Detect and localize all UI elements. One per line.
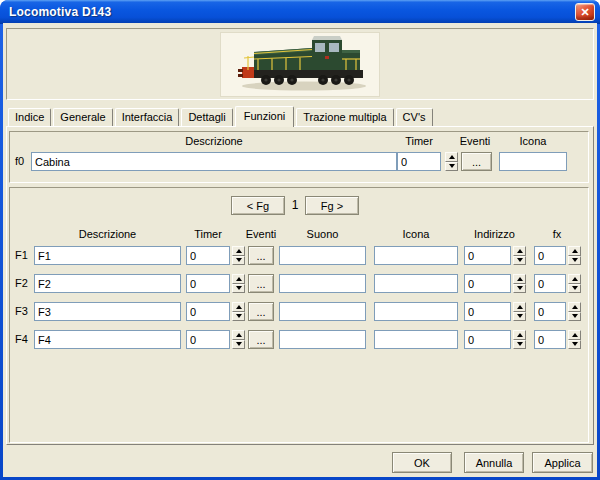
timer-input[interactable] [186, 246, 230, 265]
timer-input[interactable] [186, 330, 230, 349]
fg-prev-button[interactable]: < Fg [231, 196, 285, 215]
arrow-up-icon [572, 249, 578, 253]
spin-up-button[interactable] [568, 302, 581, 312]
spin-up-button[interactable] [513, 246, 526, 256]
indirizzo-spinner[interactable] [513, 302, 526, 321]
icona-input[interactable] [374, 330, 458, 349]
spin-down-button[interactable] [568, 256, 581, 266]
spin-up-button[interactable] [232, 330, 245, 340]
tab-trazione-multipla[interactable]: Trazione multipla [296, 108, 393, 126]
suono-input[interactable] [279, 274, 366, 293]
tab-indice[interactable]: Indice [8, 108, 51, 126]
fg-page-number: 1 [287, 198, 303, 212]
arrow-up-icon [517, 333, 523, 337]
row-label: F4 [15, 333, 33, 346]
suono-input[interactable] [279, 330, 366, 349]
icona-input[interactable] [374, 302, 458, 321]
arrow-down-icon [572, 314, 578, 318]
descrizione-input[interactable] [34, 246, 181, 265]
descrizione-input[interactable] [34, 330, 181, 349]
fx-spinner[interactable] [568, 302, 581, 321]
spin-down-button[interactable] [568, 284, 581, 294]
tab-generale[interactable]: Generale [53, 108, 112, 126]
tab-interfaccia[interactable]: Interfaccia [115, 108, 180, 126]
indirizzo-input[interactable] [464, 302, 511, 321]
spin-up-button[interactable] [513, 274, 526, 284]
suono-input[interactable] [279, 302, 366, 321]
timer-spinner[interactable] [232, 246, 245, 265]
timer-spinner[interactable] [232, 302, 245, 321]
icona-input[interactable] [374, 274, 458, 293]
f0-timer-input[interactable] [397, 152, 441, 171]
arrow-down-icon [236, 314, 242, 318]
f0-eventi-button[interactable]: ... [461, 152, 492, 171]
spin-up-button[interactable] [513, 302, 526, 312]
icona-input[interactable] [374, 246, 458, 265]
spin-up-button[interactable] [232, 246, 245, 256]
fx-spinner[interactable] [568, 246, 581, 265]
spin-down-button[interactable] [232, 284, 245, 294]
fx-input[interactable] [534, 330, 566, 349]
annulla-button[interactable]: Annulla [464, 452, 524, 473]
timer-input[interactable] [186, 274, 230, 293]
col-header-suono: Suono [279, 228, 366, 241]
fx-input[interactable] [534, 246, 566, 265]
spin-down-button[interactable] [513, 284, 526, 294]
arrow-up-icon [572, 277, 578, 281]
spin-up-button[interactable] [232, 274, 245, 284]
spin-down-button[interactable] [232, 256, 245, 266]
f0-descrizione-input[interactable] [31, 152, 397, 171]
spin-up-button[interactable] [568, 246, 581, 256]
f0-timer-spinner[interactable] [445, 152, 458, 171]
image-panel [6, 28, 594, 100]
spin-up-button[interactable] [568, 274, 581, 284]
timer-input[interactable] [186, 302, 230, 321]
close-icon: ✕ [580, 6, 589, 19]
spin-up-button[interactable] [445, 152, 458, 162]
fx-spinner[interactable] [568, 274, 581, 293]
spin-down-button[interactable] [568, 312, 581, 322]
eventi-button[interactable]: ... [248, 302, 274, 321]
spin-up-button[interactable] [232, 302, 245, 312]
eventi-button[interactable]: ... [248, 330, 274, 349]
indirizzo-input[interactable] [464, 330, 511, 349]
f0-icona-input[interactable] [499, 152, 567, 171]
ok-button[interactable]: OK [392, 452, 452, 473]
titlebar: Locomotiva D143 ✕ [0, 0, 600, 24]
close-button[interactable]: ✕ [575, 3, 595, 21]
fx-input[interactable] [534, 274, 566, 293]
timer-spinner[interactable] [232, 330, 245, 349]
applica-button[interactable]: Applica [532, 452, 593, 473]
spin-down-button[interactable] [513, 340, 526, 350]
arrow-down-icon [449, 164, 455, 168]
fg-next-button[interactable]: Fg > [305, 196, 359, 215]
spin-down-button[interactable] [568, 340, 581, 350]
tab-funzioni[interactable]: Funzioni [235, 106, 295, 127]
tab-dettagli[interactable]: Dettagli [181, 108, 232, 126]
suono-input[interactable] [279, 246, 366, 265]
row-label: F2 [15, 277, 33, 290]
indirizzo-spinner[interactable] [513, 330, 526, 349]
fx-input[interactable] [534, 302, 566, 321]
spin-down-button[interactable] [232, 340, 245, 350]
spin-up-button[interactable] [513, 330, 526, 340]
eventi-button[interactable]: ... [248, 274, 274, 293]
arrow-up-icon [517, 305, 523, 309]
tab-cvs[interactable]: CV's [396, 108, 433, 126]
descrizione-input[interactable] [34, 274, 181, 293]
spin-down-button[interactable] [513, 256, 526, 266]
col-header-icona: Icona [374, 228, 458, 241]
timer-spinner[interactable] [232, 274, 245, 293]
indirizzo-input[interactable] [464, 246, 511, 265]
indirizzo-spinner[interactable] [513, 246, 526, 265]
spin-down-button[interactable] [445, 162, 458, 172]
fx-spinner[interactable] [568, 330, 581, 349]
descrizione-input[interactable] [34, 302, 181, 321]
indirizzo-input[interactable] [464, 274, 511, 293]
eventi-button[interactable]: ... [248, 246, 274, 265]
indirizzo-spinner[interactable] [513, 274, 526, 293]
spin-down-button[interactable] [232, 312, 245, 322]
spin-up-button[interactable] [568, 330, 581, 340]
spin-down-button[interactable] [513, 312, 526, 322]
dialog-window: Locomotiva D143 ✕ [0, 0, 600, 480]
